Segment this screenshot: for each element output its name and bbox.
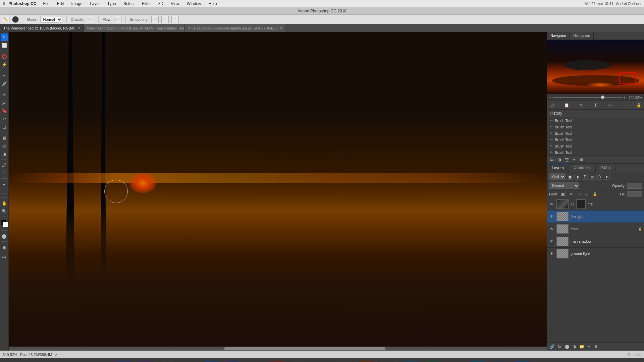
color-swatches[interactable]	[1, 220, 8, 227]
quick-mask-tool[interactable]: ⬤	[1, 232, 8, 240]
shape-tool[interactable]: ▭	[1, 188, 8, 196]
layer-item-firelight[interactable]: 👁 fire light	[547, 210, 644, 223]
layer-visibility-groundlight[interactable]: 👁	[549, 251, 554, 256]
menu-file[interactable]: File	[42, 1, 51, 7]
menu-select[interactable]: Select	[122, 1, 136, 7]
panel-icon-3[interactable]: ⚙	[578, 102, 584, 108]
menu-filter[interactable]: Filter	[141, 1, 152, 7]
lock-position-icon[interactable]: ✛	[576, 191, 582, 197]
layer-item-groundlight[interactable]: 👁 ground light	[547, 248, 644, 260]
clone-tool[interactable]: 🔖	[1, 107, 8, 114]
fill-input[interactable]: 100%	[627, 191, 642, 197]
more-tools[interactable]: •••	[1, 253, 8, 261]
opacity-input[interactable]: 100%	[627, 183, 642, 189]
eraser-tool[interactable]: ◻	[1, 123, 8, 130]
settings-btn[interactable]: ⚙	[161, 16, 169, 23]
history-item-2[interactable]: ✏ Brush Tool	[547, 130, 644, 136]
smoothing-btn[interactable]: 0%	[151, 16, 159, 23]
text-tool[interactable]: T	[1, 169, 8, 177]
dodge-tool[interactable]: ◑	[1, 150, 8, 158]
tab-linus[interactable]: linus-sandvide-566314-unsplash.jpg @ 59,…	[184, 24, 285, 32]
panel-icon-5[interactable]: ▭	[607, 102, 613, 108]
navigator-viewport-rect[interactable]	[619, 72, 636, 84]
menu-window[interactable]: Window	[185, 1, 203, 7]
menu-layer[interactable]: Layer	[89, 1, 101, 7]
tab-histogram[interactable]: Histogram	[570, 32, 594, 40]
create-new-layer-icon[interactable]: +	[586, 344, 592, 350]
history-item-0[interactable]: ✏ Brush Tool	[547, 117, 644, 124]
zoom-slider[interactable]	[552, 97, 622, 98]
lock-all-icon[interactable]: 🔒	[592, 191, 598, 197]
canvas-area[interactable]	[9, 32, 547, 351]
close-tab-wanderer[interactable]: ✕	[77, 26, 80, 30]
layer-item-fire[interactable]: 👁 ⛓ fire	[547, 198, 644, 210]
menu-view[interactable]: View	[169, 1, 181, 7]
layer-item-man[interactable]: 👁 man 🔒	[547, 223, 644, 235]
tab-navigator[interactable]: Navigator	[547, 32, 570, 40]
panel-icon-7[interactable]: 🔒	[636, 102, 642, 108]
adjustment-icon[interactable]: ◑	[556, 157, 562, 163]
move-tool[interactable]: ↖	[1, 34, 8, 41]
blur-tool[interactable]: ◎	[1, 142, 8, 149]
add-style-icon[interactable]: fx	[556, 344, 562, 350]
path-select-tool[interactable]: ◂	[1, 180, 8, 188]
lock-artboard-icon[interactable]: ⬡	[584, 191, 590, 197]
layer-filter-smart[interactable]: ⬡	[596, 174, 602, 180]
add-mask-icon[interactable]: ⬤	[564, 344, 570, 350]
layer-filter-pixel[interactable]: ▣	[567, 174, 573, 180]
layer-filter-toggle[interactable]: ●	[604, 174, 610, 180]
camera-icon[interactable]: 📷	[564, 157, 570, 163]
marquee-tool[interactable]: ⬜	[1, 42, 8, 49]
history-item-3[interactable]: ✏ Brush Tool	[547, 136, 644, 143]
layer-filter-shape[interactable]: ▭	[589, 174, 595, 180]
layer-kind-select[interactable]: Kind	[549, 173, 566, 180]
gradient-tool[interactable]: ▦	[1, 134, 8, 141]
new-group-icon[interactable]: 🗂	[549, 157, 555, 163]
brush-tool-icon[interactable]: ✏️	[2, 16, 9, 23]
background-color[interactable]	[3, 222, 8, 227]
apple-menu[interactable]: 	[3, 1, 5, 6]
close-tab-linus[interactable]: ✕	[280, 26, 282, 30]
menu-3d[interactable]: 3D	[157, 1, 165, 7]
layer-visibility-man[interactable]: 👁	[549, 226, 554, 232]
eyedropper-tool[interactable]: 💉	[1, 80, 8, 87]
blend-mode-layers-select[interactable]: Normal	[549, 182, 579, 189]
history-item-5[interactable]: ✏ Brush Tool	[547, 149, 644, 156]
lasso-tool[interactable]: ⭕	[1, 53, 8, 60]
screen-mode-tool[interactable]: ▣	[1, 243, 8, 251]
link-layers-icon[interactable]: 🔗	[549, 344, 555, 350]
history-brush-tool[interactable]: ↩	[1, 115, 8, 122]
layer-visibility-fire[interactable]: 👁	[549, 201, 554, 207]
create-group-icon[interactable]: 📁	[579, 344, 585, 350]
menu-edit[interactable]: Edit	[56, 1, 65, 7]
layer-filter-adjust[interactable]: ◑	[574, 174, 580, 180]
nav-zoom-in-icon[interactable]: +	[623, 96, 625, 100]
blend-mode-select[interactable]: Normal	[40, 16, 62, 23]
history-item-1[interactable]: ✏ Brush Tool	[547, 124, 644, 130]
tab-blair[interactable]: blair-fraser-15137-unsplash.jpg @ 341% (…	[84, 24, 184, 32]
brush-preview[interactable]	[12, 16, 19, 23]
quick-select-tool[interactable]: ⚡	[1, 61, 8, 68]
panel-icon-1[interactable]: ⬡	[549, 102, 555, 108]
zoom-tool[interactable]: 🔍	[1, 207, 8, 215]
lock-transparency-icon[interactable]: ▦	[560, 191, 566, 197]
panel-icon-4[interactable]: T	[592, 102, 598, 108]
layer-visibility-firelight[interactable]: 👁	[549, 214, 554, 219]
layer-item-manshadow[interactable]: 👁 man shadow	[547, 235, 644, 248]
tab-paths[interactable]: Paths	[596, 164, 616, 172]
doc-info-arrow[interactable]: >	[55, 353, 57, 357]
history-item-4[interactable]: ✏ Brush Tool	[547, 143, 644, 149]
hand-tool[interactable]: ✋	[1, 199, 8, 207]
menu-image[interactable]: Image	[70, 1, 84, 7]
tab-channels[interactable]: Channels	[569, 164, 596, 172]
panel-icon-6[interactable]: ⬚	[622, 102, 628, 108]
menu-type[interactable]: Type	[106, 1, 117, 7]
delete-layer-icon[interactable]: 🗑	[579, 157, 585, 163]
layer-filter-text[interactable]: T	[582, 174, 588, 180]
zoom-slider-thumb[interactable]	[601, 96, 604, 99]
new-layer-icon[interactable]: +	[571, 157, 577, 163]
refresh-btn[interactable]: ↺	[171, 16, 179, 23]
timeline-label[interactable]: Timeline	[628, 353, 641, 357]
scrollbar-thumb[interactable]	[224, 347, 385, 350]
create-adjustment-icon[interactable]: ◑	[571, 344, 577, 350]
